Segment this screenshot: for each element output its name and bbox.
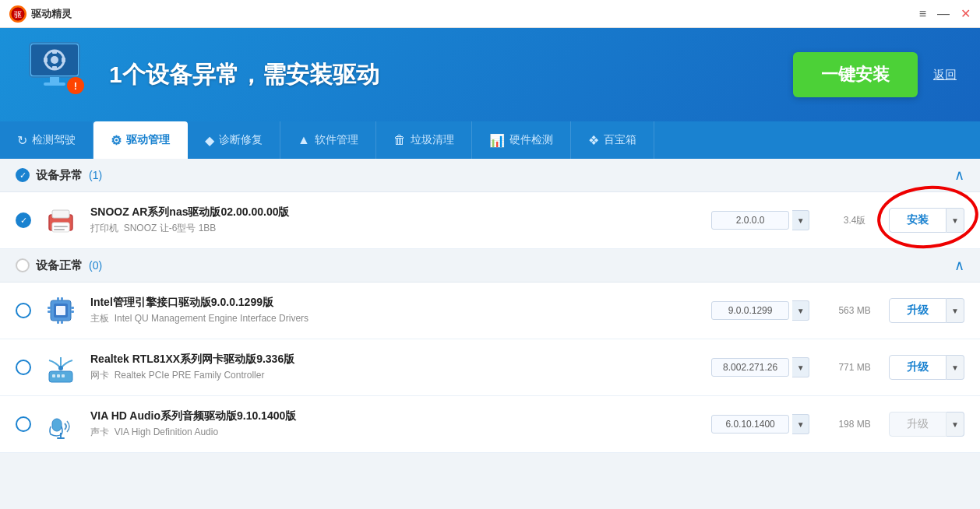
nav-tab-icon-0: ↻ (17, 133, 27, 148)
device-row-1-0: Intel管理引擎接口驱动版9.0.0.1299版 主板 Intel QU Ma… (0, 283, 980, 339)
svg-rect-21 (48, 311, 51, 313)
nav-tab-label-5: 硬件检测 (509, 133, 553, 147)
action-btn-wrap-1-0: 升级 ▼ (889, 298, 964, 323)
nav-tab-icon-2: ◆ (205, 133, 214, 148)
device-version-input-1-0[interactable] (711, 301, 789, 320)
nav-tab-1[interactable]: ⚙驱动管理 (93, 121, 188, 159)
nav-tab-icon-3: ▲ (298, 133, 310, 147)
device-version-input-0-0[interactable] (711, 211, 789, 230)
header-icon-area: ! (23, 40, 93, 110)
device-checkbox-1-2[interactable] (16, 416, 31, 432)
device-row-1-1: Realtek RTL81XX系列网卡驱动版9.336版 网卡 Realtek … (0, 339, 980, 396)
svg-rect-24 (57, 297, 59, 300)
device-size-1-1: 771 MB (831, 362, 878, 373)
nav-tab-0[interactable]: ↻检测驾驶 (0, 121, 93, 159)
nav-tab-4[interactable]: 🗑垃圾清理 (376, 121, 472, 159)
action-btn-arrow-0-0[interactable]: ▼ (947, 208, 964, 233)
svg-rect-15 (54, 226, 68, 227)
action-btn-arrow-1-2[interactable]: ▼ (947, 412, 964, 437)
svg-rect-8 (44, 58, 48, 62)
nav-tab-6[interactable]: ❖百宝箱 (571, 121, 654, 159)
svg-rect-34 (60, 433, 62, 437)
section-collapse-normal[interactable]: ∧ (954, 257, 964, 274)
action-btn-wrap-0-0: 安装 ▼ (889, 208, 964, 233)
section-title-normal: 设备正常 (36, 258, 83, 273)
device-sub-1-1: 网卡 Realtek PCIe PRE Family Controller (90, 369, 700, 382)
svg-rect-35 (57, 437, 65, 439)
close-button[interactable]: ✕ (961, 6, 971, 21)
app-logo: 驱 (9, 5, 26, 23)
nav-tab-icon-1: ⚙ (111, 133, 122, 148)
device-icon-1-0 (42, 292, 79, 329)
device-version-input-1-2[interactable] (711, 415, 789, 434)
action-btn-arrow-1-1[interactable]: ▼ (947, 355, 964, 380)
device-checkbox-0-0[interactable] (16, 212, 31, 228)
section-count-abnormal: (1) (89, 169, 102, 181)
header-alert-text: 1个设备异常，需安装驱动 (109, 59, 793, 91)
svg-rect-25 (61, 297, 63, 300)
section-check-abnormal[interactable] (16, 168, 30, 182)
nav-tab-3[interactable]: ▲软件管理 (280, 121, 376, 159)
device-version-input-1-1[interactable] (711, 358, 789, 377)
header: ! 1个设备异常，需安装驱动 一键安装 返回 (0, 28, 980, 121)
device-checkbox-1-1[interactable] (16, 360, 31, 375)
section-header-left-abnormal: 设备异常 (1) (16, 168, 102, 183)
action-btn-1-1[interactable]: 升级 (889, 355, 947, 380)
device-size-1-0: 563 MB (831, 305, 878, 316)
back-link[interactable]: 返回 (933, 68, 957, 82)
device-info-1-0: Intel管理引擎接口驱动版9.0.0.1299版 主板 Intel QU Ma… (90, 296, 700, 325)
title-bar-controls: ≡ — ✕ (919, 6, 971, 21)
device-version-dropdown-1-0[interactable]: ▼ (792, 300, 809, 321)
svg-rect-19 (56, 306, 65, 315)
svg-rect-10 (50, 77, 59, 83)
svg-rect-26 (57, 321, 59, 324)
action-btn-arrow-1-0[interactable]: ▼ (947, 298, 964, 323)
device-icon-0-0 (42, 202, 79, 239)
svg-rect-31 (62, 374, 65, 377)
section-header-normal: 设备正常 (0) ∧ (0, 249, 980, 283)
action-btn-1-2: 升级 (889, 412, 947, 437)
device-checkbox-1-0[interactable] (16, 303, 31, 318)
action-btn-wrap-1-2: 升级 ▼ (889, 412, 964, 437)
install-all-button[interactable]: 一键安装 (793, 52, 918, 97)
nav-tab-2[interactable]: ◆诊断修复 (188, 121, 280, 159)
nav-tab-5[interactable]: 📊硬件检测 (472, 121, 571, 159)
menu-icon[interactable]: ≡ (919, 7, 926, 21)
device-sub-1-2: 声卡 VIA High Definition Audio (90, 426, 700, 439)
section-check-normal[interactable] (16, 258, 30, 272)
section-title-abnormal: 设备异常 (36, 168, 83, 183)
title-bar: 驱 驱动精灵 ≡ — ✕ (0, 0, 980, 28)
section-header-left-normal: 设备正常 (0) (16, 258, 102, 273)
device-version-dropdown-1-2[interactable]: ▼ (792, 414, 809, 434)
svg-text:驱: 驱 (14, 10, 22, 19)
device-version-dropdown-1-1[interactable]: ▼ (792, 357, 809, 377)
svg-rect-23 (71, 311, 74, 313)
svg-rect-27 (61, 321, 63, 324)
device-name-1-1: Realtek RTL81XX系列网卡驱动版9.336版 (90, 353, 700, 367)
svg-rect-33 (52, 419, 62, 431)
device-version-area-1-2: ▼ (711, 414, 820, 434)
nav-tab-label-3: 软件管理 (315, 133, 358, 147)
device-size-1-2: 198 MB (831, 419, 878, 430)
svg-rect-14 (52, 210, 69, 218)
device-name-1-2: VIA HD Audio系列音频驱动版9.10.1400版 (90, 409, 700, 423)
action-btn-1-0[interactable]: 升级 (889, 298, 947, 323)
device-icon-1-2 (42, 405, 79, 443)
header-right: 一键安装 返回 (793, 52, 957, 97)
device-version-dropdown-0-0[interactable]: ▼ (792, 210, 809, 230)
nav-tab-label-0: 检测驾驶 (32, 133, 76, 147)
nav-tab-icon-5: 📊 (489, 133, 505, 148)
nav-tab-label-1: 驱动管理 (126, 133, 170, 147)
section-collapse-abnormal[interactable]: ∧ (954, 167, 964, 184)
svg-rect-20 (48, 307, 51, 309)
device-info-0-0: SNOOZ AR系列nas驱动版02.00.00.00版 打印机 SNOOZ 让… (90, 205, 700, 235)
device-sub-0-0: 打印机 SNOOZ 让-6型号 1BB (90, 222, 700, 235)
action-btn-0-0[interactable]: 安装 (889, 208, 947, 233)
device-row-0-0: SNOOZ AR系列nas驱动版02.00.00.00版 打印机 SNOOZ 让… (0, 192, 980, 249)
minimize-button[interactable]: — (937, 7, 950, 21)
svg-rect-9 (62, 58, 65, 62)
svg-point-5 (51, 56, 58, 64)
device-info-1-1: Realtek RTL81XX系列网卡驱动版9.336版 网卡 Realtek … (90, 353, 700, 382)
app-title: 驱动精灵 (31, 7, 72, 21)
svg-rect-22 (71, 307, 74, 309)
